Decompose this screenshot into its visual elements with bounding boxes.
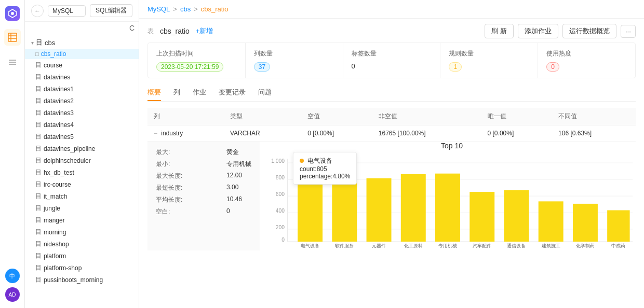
breadcrumb-mid[interactable]: cbs	[180, 5, 191, 13]
tree-item[interactable]: 目morning	[25, 226, 139, 238]
db-icon: 目	[35, 132, 42, 141]
table-col-header: 非空值	[372, 108, 481, 125]
tree-item[interactable]: 目manger	[25, 214, 139, 226]
stat-label: 上次扫描时间	[156, 49, 237, 58]
tree-item[interactable]: 目datavines3	[25, 107, 139, 119]
tree-item-label: platform-shop	[44, 264, 82, 272]
main-content: MySQL > cbs > cbs_ratio 表 cbs_ratio +新增 …	[139, 0, 644, 308]
tree-item[interactable]: 目irc-course	[25, 178, 139, 190]
stat-item: 上次扫描时间2023-05-20 17:21:59	[148, 43, 246, 78]
bar-电气设备[interactable]	[298, 175, 323, 242]
tree-root-db-icon: 目	[36, 38, 43, 47]
db-select[interactable]: MySQL	[48, 5, 86, 17]
tree-item[interactable]: 目datavines_pipeline	[25, 143, 139, 155]
svg-text:0: 0	[281, 237, 285, 243]
refresh-icon[interactable]: C	[129, 24, 135, 32]
breadcrumb-root[interactable]: MySQL	[147, 5, 170, 13]
tree-item-label: morning	[44, 229, 66, 236]
tree-item-label: pussinboots_morning	[44, 276, 103, 284]
tree-item[interactable]: 目hx_db_test	[25, 166, 139, 178]
tree-item[interactable]: 目course	[25, 59, 139, 71]
tree-item[interactable]: 目datavines4	[25, 119, 139, 131]
tree-header: ← MySQL SQL编辑器	[25, 0, 139, 22]
svg-text:800: 800	[276, 175, 285, 180]
tree-item[interactable]: 目nideshop	[25, 238, 139, 250]
stat-badge: 0	[546, 62, 559, 72]
bar-汽车配件[interactable]	[469, 192, 494, 242]
table-label: 表	[147, 27, 154, 36]
tab-item[interactable]: 变更记录	[219, 85, 246, 101]
table-cell: 0 [0.00%]	[301, 125, 372, 142]
tab-item[interactable]: 列	[173, 85, 180, 101]
bar-专用机械[interactable]	[435, 174, 460, 242]
tree-item[interactable]: 目platform-shop	[25, 262, 139, 274]
avg-len-value: 10.46	[226, 195, 251, 204]
more-button[interactable]: ···	[621, 25, 636, 38]
stat-item: 使用热度0	[538, 43, 635, 78]
bar-元器件[interactable]	[367, 178, 392, 242]
avatar-cn[interactable]: 中	[5, 269, 20, 283]
bar-化学制药[interactable]	[573, 204, 598, 242]
avatar-ad[interactable]: AD	[5, 287, 20, 302]
tree-item[interactable]: 目datavines	[25, 71, 139, 83]
tooltip-label: 电气设备	[300, 157, 350, 165]
back-button[interactable]: ←	[31, 5, 44, 17]
nav-icon-table[interactable]	[4, 29, 21, 46]
tree-item[interactable]: 目jungle	[25, 202, 139, 214]
table-col-header: 类型	[224, 108, 301, 125]
stat-label: 标签数量	[352, 49, 432, 58]
sql-editor-button[interactable]: SQL编辑器	[90, 4, 132, 17]
run-preview-button[interactable]: 运行数据概览	[562, 24, 616, 38]
db-icon: 目	[35, 240, 42, 248]
db-icon: 目	[35, 144, 42, 153]
tree-item[interactable]: 目pussinboots_morning	[25, 274, 139, 286]
tree-item-label: datavines_pipeline	[44, 145, 95, 152]
db-icon: 目	[35, 108, 42, 117]
refresh-button[interactable]: 刷 新	[485, 24, 514, 38]
tree-items-container: □cbs_ratio目course目datavines目datavines1目d…	[25, 49, 139, 286]
file-icon: □	[35, 51, 39, 57]
table-header-row: 表 cbs_ratio +新增 刷 新 添加作业 运行数据概览 ···	[147, 19, 636, 43]
tree-root-item[interactable]: ▾ 目 cbs	[25, 36, 139, 49]
max-value: 黄金	[226, 148, 251, 157]
tree-item-label: datavines3	[44, 109, 74, 117]
expand-icon[interactable]: −	[154, 130, 159, 137]
tree-item-label: jungle	[44, 205, 60, 212]
bar-通信设备[interactable]	[504, 190, 529, 242]
nav-icon-menu[interactable]	[4, 54, 21, 71]
tree-item[interactable]: □cbs_ratio	[25, 49, 139, 59]
bar-建筑施工[interactable]	[539, 201, 564, 242]
tab-item[interactable]: 问题	[258, 85, 272, 101]
tab-item[interactable]: 概要	[147, 85, 161, 101]
icon-sidebar: 中 AD	[0, 0, 25, 308]
add-button[interactable]: +新增	[196, 26, 213, 36]
breadcrumb: MySQL > cbs > cbs_ratio	[139, 0, 644, 19]
tree-item[interactable]: 目datavines5	[25, 131, 139, 143]
stat-item: 标签数量0	[343, 43, 441, 78]
db-icon: 目	[35, 73, 42, 81]
min-len-label: 最短长度:	[156, 184, 218, 192]
bar-中成药[interactable]	[607, 210, 629, 242]
stat-label: 列数量	[254, 49, 334, 58]
empty-label: 空白:	[156, 207, 218, 216]
chart-wrapper: Top 10 1,000 800 600 400 200 0	[268, 142, 636, 250]
svg-point-1	[11, 12, 14, 15]
tree-item[interactable]: 目dolphinscheduler	[25, 155, 139, 166]
tree-item[interactable]: 目datavines2	[25, 95, 139, 107]
stat-value: 37	[254, 62, 334, 72]
bar-化工原料[interactable]	[401, 174, 426, 242]
tree-item[interactable]: 目it_match	[25, 190, 139, 202]
tree-item-label: datavines2	[44, 97, 74, 105]
tree-item-label: dolphinscheduler	[44, 157, 91, 164]
content-area: 表 cbs_ratio +新增 刷 新 添加作业 运行数据概览 ··· 上次扫描…	[139, 19, 644, 308]
tree-item[interactable]: 目platform	[25, 250, 139, 262]
tooltip-dot	[300, 159, 304, 163]
bar-软件服务[interactable]	[332, 182, 357, 242]
table-cell: VARCHAR	[224, 125, 301, 142]
db-icon: 目	[35, 216, 42, 225]
min-label: 最小:	[156, 160, 218, 169]
tab-item[interactable]: 作业	[193, 85, 206, 101]
add-job-button[interactable]: 添加作业	[518, 24, 558, 38]
tree-item[interactable]: 目datavines1	[25, 83, 139, 95]
stat-item: 列数量37	[246, 43, 343, 78]
